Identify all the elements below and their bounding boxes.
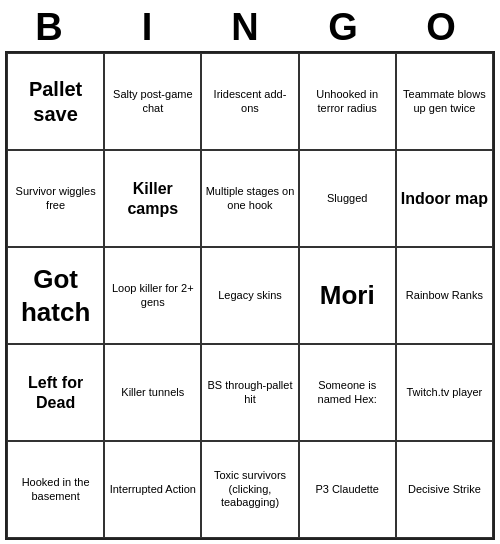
- cell-r4-c0[interactable]: Hooked in the basement: [7, 441, 104, 538]
- letter-o: O: [401, 6, 491, 49]
- cell-r4-c4[interactable]: Decisive Strike: [396, 441, 493, 538]
- cell-r1-c3[interactable]: Slugged: [299, 150, 396, 247]
- cell-r2-c0[interactable]: Got hatch: [7, 247, 104, 344]
- cell-r1-c4[interactable]: Indoor map: [396, 150, 493, 247]
- cell-r4-c3[interactable]: P3 Claudette: [299, 441, 396, 538]
- cell-r1-c0[interactable]: Survivor wiggles free: [7, 150, 104, 247]
- letter-b: B: [9, 6, 99, 49]
- cell-r4-c1[interactable]: Interrupted Action: [104, 441, 201, 538]
- bingo-title: B I N G O: [5, 0, 495, 51]
- cell-r1-c1[interactable]: Killer camps: [104, 150, 201, 247]
- letter-n: N: [205, 6, 295, 49]
- cell-r2-c2[interactable]: Legacy skins: [201, 247, 298, 344]
- cell-r0-c1[interactable]: Salty post-game chat: [104, 53, 201, 150]
- letter-g: G: [303, 6, 393, 49]
- cell-r0-c0[interactable]: Pallet save: [7, 53, 104, 150]
- cell-r3-c2[interactable]: BS through-pallet hit: [201, 344, 298, 441]
- cell-r0-c3[interactable]: Unhooked in terror radius: [299, 53, 396, 150]
- cell-r1-c2[interactable]: Multiple stages on one hook: [201, 150, 298, 247]
- cell-r0-c2[interactable]: Iridescent add-ons: [201, 53, 298, 150]
- bingo-grid: Pallet saveSalty post-game chatIridescen…: [5, 51, 495, 540]
- cell-r2-c4[interactable]: Rainbow Ranks: [396, 247, 493, 344]
- cell-r2-c1[interactable]: Loop killer for 2+ gens: [104, 247, 201, 344]
- cell-r3-c4[interactable]: Twitch.tv player: [396, 344, 493, 441]
- cell-r0-c4[interactable]: Teammate blows up gen twice: [396, 53, 493, 150]
- cell-r4-c2[interactable]: Toxic survivors (clicking, teabagging): [201, 441, 298, 538]
- cell-r3-c0[interactable]: Left for Dead: [7, 344, 104, 441]
- cell-r3-c1[interactable]: Killer tunnels: [104, 344, 201, 441]
- cell-r2-c3[interactable]: Mori: [299, 247, 396, 344]
- letter-i: I: [107, 6, 197, 49]
- cell-r3-c3[interactable]: Someone is named Hex:: [299, 344, 396, 441]
